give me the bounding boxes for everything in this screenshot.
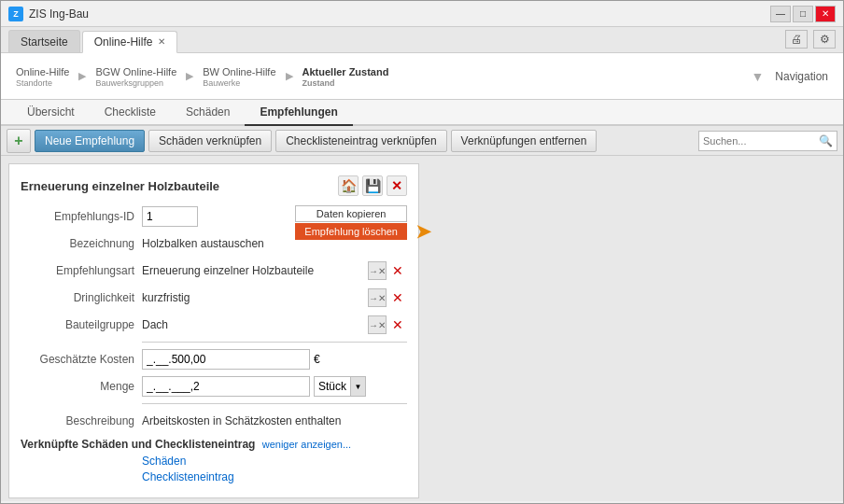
form-row-empfehlung-id: Empfehlungs-ID Daten kopieren Empfehlung… — [21, 205, 407, 228]
minimize-button[interactable]: — — [770, 6, 791, 22]
close-button[interactable]: ✕ — [815, 6, 836, 22]
settings-button[interactable]: ⚙ — [813, 30, 836, 49]
search-box: 🔍 — [698, 131, 837, 151]
tab-ubersicht[interactable]: Übersicht — [12, 100, 90, 126]
ribbon-arrow-1: ▶ — [78, 70, 86, 82]
tab-online-hilfe-close[interactable]: ✕ — [158, 37, 165, 47]
kosten-label: Geschätzte Kosten — [21, 353, 142, 366]
title-bar: Z ZIS Ing-Bau — □ ✕ — [1, 1, 843, 27]
add-button[interactable]: + — [7, 129, 31, 153]
ribbon-item-online-hilfe[interactable]: Online-Hilfe Standorte — [8, 62, 77, 91]
checklisteneintrag-verknupfen-button[interactable]: Checklisteneintrag verknüpfen — [275, 130, 446, 152]
menge-input[interactable] — [142, 376, 310, 397]
app-title: ZIS Ing-Bau — [29, 7, 770, 21]
copy-button[interactable]: Daten kopieren — [295, 205, 407, 222]
schaden-link[interactable]: Schäden — [21, 455, 407, 468]
verknupfungen-entfernen-button[interactable]: Verknüpfungen entfernen — [451, 130, 598, 152]
ribbon-item-zustand-sub: Zustand — [302, 78, 389, 88]
ribbon: Online-Hilfe Standorte ▶ BGW Online-Hilf… — [1, 53, 843, 100]
tab-bar: Startseite Online-Hilfe ✕ 🖨 ⚙ — [1, 27, 843, 53]
form-row-beschreibung: Beschreibung Arbeitskosten in Schätzkost… — [21, 410, 407, 432]
form-row-menge: Menge Stück ▼ — [21, 375, 407, 398]
ribbon-item-online-hilfe-label: Online-Hilfe — [16, 66, 69, 77]
dringlichkeit-label: Dringlichkeit — [21, 291, 142, 304]
navigation-button[interactable]: Navigation — [767, 66, 836, 87]
beschreibung-field: Arbeitskosten in Schätzkosten enthalten — [142, 414, 407, 427]
orange-arrow-icon: ➤ — [415, 220, 431, 243]
bauteilgruppe-value: Dach — [142, 318, 168, 331]
kosten-field: € — [142, 349, 407, 370]
empfehlungsart-arrow-btn[interactable]: →✕ — [368, 261, 387, 280]
empfehlungsart-field: Erneuerung einzelner Holzbauteile →✕ ✕ — [142, 261, 407, 280]
form-panel-controls: 🏠 💾 ✕ — [338, 175, 407, 196]
tab-empfehlungen[interactable]: Empfehlungen — [245, 100, 352, 126]
menge-label: Menge — [21, 380, 142, 393]
tab-checkliste[interactable]: Checkliste — [90, 100, 171, 126]
panel-home-button[interactable]: 🏠 — [338, 175, 359, 196]
separator-1 — [142, 342, 407, 343]
checkliste-link[interactable]: Checklisteneintrag — [21, 470, 407, 483]
neue-empfehlung-button[interactable]: Neue Empfehlung — [35, 130, 145, 152]
menge-field: Stück ▼ — [142, 376, 407, 397]
unit-text: Stück — [315, 380, 350, 393]
unit-dropdown[interactable]: Stück ▼ — [314, 376, 366, 397]
maximize-button[interactable]: □ — [793, 6, 813, 22]
search-input[interactable] — [703, 135, 815, 147]
empfehlung-id-field: Daten kopieren Empfehlung löschen ➤ — [142, 206, 407, 227]
delete-button[interactable]: Empfehlung löschen — [295, 223, 407, 240]
empfehlungsart-value: Erneuerung einzelner Holzbauteile — [142, 264, 314, 277]
ribbon-item-online-hilfe-sub: Standorte — [16, 78, 69, 88]
empfehlung-id-input[interactable] — [142, 206, 198, 227]
panel-save-button[interactable]: 💾 — [362, 175, 383, 196]
app-icon: Z — [8, 7, 23, 21]
linked-section-title: Verknüpfte Schäden und Checklisteneintra… — [21, 438, 255, 451]
ribbon-item-bw[interactable]: BW Online-Hilfe Bauwerke — [195, 62, 283, 91]
ribbon-item-bgw[interactable]: BGW Online-Hilfe Bauwerksgruppen — [88, 62, 184, 91]
panel-close-button[interactable]: ✕ — [387, 175, 407, 196]
unit-dropdown-arrow[interactable]: ▼ — [350, 377, 365, 396]
dringlichkeit-field: kurzfristig →✕ ✕ — [142, 288, 407, 307]
ribbon-item-bw-label: BW Online-Hilfe — [203, 66, 275, 77]
form-panel-header: Erneuerung einzelner Holzbauteile 🏠 💾 ✕ — [21, 175, 407, 196]
ribbon-item-bgw-label: BGW Online-Hilfe — [95, 66, 176, 77]
bauteilgruppe-clear-btn[interactable]: ✕ — [388, 315, 407, 334]
tab-startseite-label: Startseite — [21, 35, 68, 49]
tab-online-hilfe[interactable]: Online-Hilfe ✕ — [82, 31, 178, 53]
bezeichnung-value: Holzbalken austauschen — [142, 237, 264, 250]
bauteilgruppe-label: Bauteilgruppe — [21, 318, 142, 331]
tab-schaden[interactable]: Schäden — [171, 100, 245, 126]
bauteilgruppe-arrow-btn[interactable]: →✕ — [368, 315, 387, 334]
form-row-empfehlungsart: Empfehlungsart Erneuerung einzelner Holz… — [21, 259, 407, 282]
kosten-currency: € — [314, 353, 320, 366]
form-panel-title: Erneuerung einzelner Holzbauteile — [21, 179, 219, 193]
kosten-input[interactable] — [142, 349, 310, 370]
dringlichkeit-clear-btn[interactable]: ✕ — [388, 288, 407, 307]
ribbon-arrow-2: ▶ — [186, 70, 193, 82]
ribbon-item-zustand-label: Aktueller Zustand — [302, 66, 389, 77]
tab-startseite[interactable]: Startseite — [8, 30, 80, 52]
empfehlungsart-label: Empfehlungsart — [21, 264, 142, 277]
ribbon-arrow-3: ▶ — [286, 70, 293, 82]
schaden-verknupfen-button[interactable]: Schäden verknüpfen — [148, 130, 272, 152]
linked-section-header: Verknüpfte Schäden und Checklisteneintra… — [21, 438, 407, 451]
empfehlungsart-clear-btn[interactable]: ✕ — [388, 261, 407, 280]
ribbon-item-bw-sub: Bauwerke — [203, 78, 275, 88]
form-row-kosten: Geschätzte Kosten € — [21, 348, 407, 371]
popup-buttons: Daten kopieren Empfehlung löschen ➤ — [295, 205, 407, 240]
tab-online-hilfe-label: Online-Hilfe — [94, 35, 153, 49]
ribbon-right: ▼ Navigation — [751, 66, 836, 87]
ribbon-item-aktueller-zustand[interactable]: Aktueller Zustand Zustand — [295, 62, 397, 91]
print-button[interactable]: 🖨 — [785, 30, 808, 49]
dringlichkeit-value: kurzfristig — [142, 291, 190, 304]
dringlichkeit-arrow-btn[interactable]: →✕ — [368, 288, 387, 307]
empfehlung-id-label: Empfehlungs-ID — [21, 210, 142, 223]
window-controls: — □ ✕ — [770, 6, 836, 22]
bauteilgruppe-field: Dach →✕ ✕ — [142, 315, 407, 334]
bezeichnung-label: Bezeichnung — [21, 237, 142, 250]
form-row-dringlichkeit: Dringlichkeit kurzfristig →✕ ✕ — [21, 287, 407, 309]
search-icon: 🔍 — [819, 134, 833, 147]
toggle-link[interactable]: weniger anzeigen... — [262, 439, 351, 450]
main-content: Erneuerung einzelner Holzbauteile 🏠 💾 ✕ … — [1, 156, 843, 501]
form-panel: Erneuerung einzelner Holzbauteile 🏠 💾 ✕ … — [8, 163, 419, 498]
form-row-bauteilgruppe: Bauteilgruppe Dach →✕ ✕ — [21, 314, 407, 336]
